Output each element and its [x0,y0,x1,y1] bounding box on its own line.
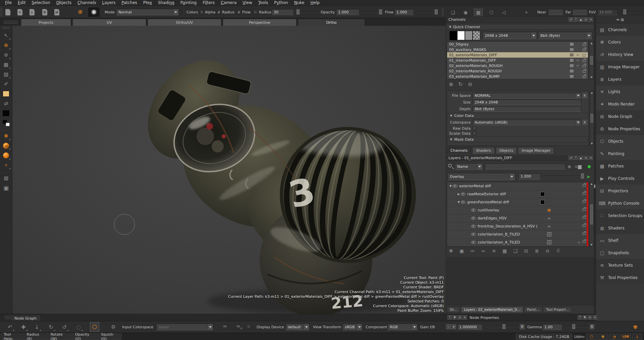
file-space-select[interactable]: NORMAL [473,93,581,98]
visibility-eye-icon[interactable] [461,193,465,196]
menu-nuke[interactable]: Nuke [291,0,308,5]
layer-row[interactable]: colorVariation_B_TILED [447,230,588,239]
scroll-down-icon[interactable]: ▼ [591,76,592,79]
gain-slider[interactable] [485,324,519,330]
undo-button[interactable]: ↶ [5,323,15,331]
scroll-up-icon[interactable]: ▲ [591,42,592,45]
swap-colors-button[interactable]: ⇄ [2,99,11,108]
unlock-icon[interactable] [583,192,586,195]
eyedropper-tool[interactable] [2,141,11,150]
component-select[interactable]: RGB [387,324,418,330]
scroll-up-icon[interactable]: ▲ [591,183,592,185]
spray-button[interactable]: ✳ [522,9,531,16]
grey-swatch[interactable] [465,31,473,40]
display-device-select[interactable]: default [285,324,310,330]
unlock-icon[interactable] [583,76,586,78]
white-swatch[interactable] [457,31,465,40]
close-icon[interactable]: ✕ [589,17,593,22]
sidebar-item-play-controls[interactable]: ▶Play Controls [596,172,644,185]
tab-layers-collapsed[interactable]: Layers - 01_exteriorMaterials_D... [461,307,523,313]
menu-filters[interactable]: Filters [200,0,218,5]
tab-uv[interactable]: UV [72,19,146,26]
add-group-icon[interactable]: ❏ [512,248,519,254]
alpha-checkbox[interactable] [200,10,204,14]
scroll-down-icon[interactable]: ▼ [591,142,593,145]
close-project-button[interactable]: ✕ [16,8,23,16]
input-colorspace-select[interactable]: linear [156,324,213,330]
layers-palette-header[interactable]: Layers - 01_exteriorMaterials_DIFF ↺ ? ▲… [446,155,594,161]
lut-off-icon[interactable]: ≈ [236,323,240,329]
collapse-icon[interactable]: ▲ [579,156,583,160]
black-swatch[interactable] [449,31,457,40]
channel-row[interactable]: 02_interiorMaterials_ROUGH [447,68,588,74]
gain-minus-button[interactable]: - [446,324,451,329]
size-input[interactable]: 2048 x 2048 [473,99,581,105]
layer-row[interactable]: ▼ exteriorMetal diff [447,182,588,190]
close-icon[interactable]: ✕ [589,156,593,160]
color-pair-swatch[interactable] [2,118,11,127]
scalar-data-checkbox[interactable] [473,132,476,135]
layer-row[interactable]: ▼ greenPaintedMetal diff [447,198,588,206]
sidebar-item-lights[interactable]: ☀Lights [596,85,644,98]
close-icon[interactable]: ✕ [463,315,467,320]
menu-file[interactable]: File [2,0,15,5]
float-icon[interactable]: ⊡ [458,315,462,320]
unlock-icon[interactable] [583,54,586,57]
menu-painting[interactable]: Painting [177,0,200,5]
layer-row[interactable]: rustOverlay ✾ [447,206,588,214]
float-icon[interactable]: ⊡ [584,156,588,160]
settings-button[interactable]: ⚙ [109,323,118,331]
toolbar-grip[interactable] [1,8,2,16]
layer-thumbnail[interactable] [540,192,545,196]
opacity-input[interactable]: 1.000 [336,9,360,15]
sidebar-item-image-manager[interactable]: ▥Image Manager [596,61,644,73]
sidebar-item-shaders[interactable]: ◍Shaders [596,222,644,234]
channel-row[interactable]: 01_interiorMaterials_DIFF∞ [447,58,588,63]
tab-node-graph[interactable]: Node Graph [10,315,41,321]
mask-data-section[interactable]: ▼ Mask Data [448,137,588,142]
channel-menu-icon[interactable] [570,76,574,77]
gain-input[interactable]: 1.000000 [457,324,483,330]
help-icon[interactable]: ? [574,156,578,160]
unlock-icon[interactable] [583,241,586,243]
radius-slider[interactable] [296,9,318,15]
orbit-button[interactable]: ↺ [60,323,69,331]
sidebar-item-projectors[interactable]: ⊟Projectors [596,185,644,197]
patch-select-view-button[interactable]: ▩ [474,9,483,16]
sidebar-item-node-properties[interactable]: ⚙Node Properties [596,123,644,135]
menu-view[interactable]: View [239,0,255,5]
layer-row[interactable]: ▶ rawMetalExterior diff [447,190,588,198]
gamma-slider[interactable] [565,324,588,330]
channel-menu-icon[interactable] [570,60,574,61]
fov-slider[interactable] [620,9,641,15]
float-icon[interactable]: ⊡ [588,315,592,320]
enabled-indicator[interactable] [587,165,591,168]
scroll-up-icon[interactable]: ▲ [591,91,593,94]
unlock-icon[interactable] [583,60,586,62]
channels-palette-header[interactable]: Channels ↺ ? ▲ ⊡ ✕ [446,16,594,23]
clock-status-button[interactable]: ◔ [609,334,620,340]
expander-icon[interactable]: ▼ [457,201,461,204]
gain-plus-button[interactable]: + [451,324,456,329]
sidebar-item-objects[interactable]: ⎔Objects [596,135,644,147]
sidebar-item-python-console[interactable]: ⌨Python Console [596,197,644,209]
near-input[interactable] [548,9,564,15]
channel-row[interactable]: 02_exteriorMaterials_ROUGH∞ [447,63,588,68]
move-down-button[interactable]: ↓ [32,323,42,331]
flow-input[interactable]: 1.000 [394,9,414,15]
palette-quick-button[interactable]: ✾ [631,323,640,331]
collapse-icon[interactable]: ▲ [579,17,583,22]
help-icon[interactable]: ? [447,315,452,320]
depth-input[interactable]: 8bit (Byte) [473,106,581,112]
sidebar-item-shelf[interactable]: ▭Shelf [596,234,644,247]
shaded-view-button[interactable]: ◉ [461,9,470,16]
add-layer-stack-icon[interactable]: ≋ [490,248,497,254]
add-adjustment-layer-icon[interactable]: ≔ [469,248,476,254]
menu-objects[interactable]: Objects [53,0,74,5]
sidebar-item-selection-groups[interactable]: ∷Selection Groups [596,209,644,222]
sidebar-item-channels[interactable]: ▤Channels [596,23,644,36]
menu-tools[interactable]: Tools [255,0,271,5]
menu-channels[interactable]: Channels [74,0,99,5]
layer-grid-icon[interactable]: ⠿ [555,248,562,254]
visibility-eye-icon[interactable] [471,241,476,244]
